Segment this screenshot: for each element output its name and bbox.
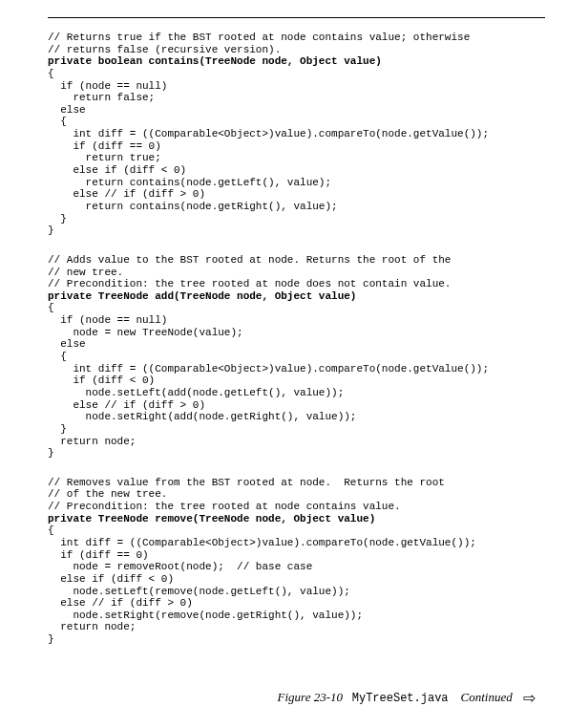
code-block-remove: // Removes value from the BST rooted at …: [48, 477, 545, 646]
code-line: else // if (diff > 0): [48, 597, 545, 610]
code-line: // returns false (recursive version).: [48, 44, 545, 56]
code-line: int diff = ((Comparable<Object>)value).c…: [48, 128, 545, 140]
code-line: else: [48, 338, 545, 351]
code-line: if (diff < 0): [48, 375, 545, 387]
code-line: // new tree.: [48, 267, 545, 279]
code-line: {: [48, 525, 545, 537]
code-line: int diff = ((Comparable<Object>)value).c…: [48, 363, 545, 375]
top-rule: [48, 17, 545, 18]
code-signature: private boolean contains(TreeNode node, …: [48, 55, 545, 68]
code-block-contains: // Returns true if the BST rooted at nod…: [48, 32, 545, 237]
code-line: }: [48, 213, 545, 225]
code-line: return true;: [48, 152, 545, 164]
code-line: // Removes value from the BST rooted at …: [48, 477, 545, 489]
code-line: if (node == null): [48, 80, 545, 93]
code-line: return contains(node.getRight(), value);: [48, 201, 545, 213]
code-line: node.setRight(remove(node.getRight(), va…: [48, 610, 545, 622]
code-line: node.setLeft(remove(node.getLeft(), valu…: [48, 586, 545, 598]
code-line: }: [48, 423, 545, 436]
code-line: return false;: [48, 92, 545, 104]
continued-arrow-icon: ⇨: [523, 690, 536, 707]
figure-continued: Continued: [461, 690, 513, 704]
code-line: {: [48, 351, 545, 363]
code-line: // Precondition: the tree rooted at node…: [48, 501, 545, 513]
code-line: // Returns true if the BST rooted at nod…: [48, 32, 545, 44]
code-line: // Adds value to the BST rooted at node.…: [48, 254, 545, 267]
code-line: {: [48, 302, 545, 314]
figure-filename: MyTreeSet.java: [352, 692, 449, 705]
figure-caption: Figure 23-10 MyTreeSet.java Continued ⇨: [278, 690, 536, 707]
code-line: else if (diff < 0): [48, 164, 545, 177]
code-line: if (diff == 0): [48, 549, 545, 562]
code-line: return contains(node.getLeft(), value);: [48, 177, 545, 189]
code-line: if (node == null): [48, 314, 545, 327]
code-line: node.setLeft(add(node.getLeft(), value))…: [48, 387, 545, 399]
code-line: {: [48, 68, 545, 80]
code-line: else // if (diff > 0): [48, 188, 545, 201]
code-line: }: [48, 633, 545, 646]
code-line: node.setRight(add(node.getRight(), value…: [48, 411, 545, 423]
code-line: }: [48, 225, 545, 237]
code-signature: private TreeNode add(TreeNode node, Obje…: [48, 290, 545, 303]
code-line: }: [48, 447, 545, 460]
code-block-add: // Adds value to the BST rooted at node.…: [48, 254, 545, 460]
code-line: int diff = ((Comparable<Object>)value).c…: [48, 537, 545, 549]
code-line: if (diff == 0): [48, 140, 545, 153]
code-line: return node;: [48, 621, 545, 633]
code-line: else // if (diff > 0): [48, 399, 545, 412]
code-line: else: [48, 104, 545, 117]
code-line: {: [48, 116, 545, 128]
code-line: node = removeRoot(node); // base case: [48, 561, 545, 573]
code-line: // Precondition: the tree rooted at node…: [48, 278, 545, 290]
code-line: return node;: [48, 436, 545, 448]
code-line: // of the new tree.: [48, 488, 545, 501]
code-line: node = new TreeNode(value);: [48, 327, 545, 339]
code-signature: private TreeNode remove(TreeNode node, O…: [48, 513, 545, 525]
code-line: else if (diff < 0): [48, 573, 545, 586]
figure-label: Figure 23-10: [278, 690, 343, 704]
